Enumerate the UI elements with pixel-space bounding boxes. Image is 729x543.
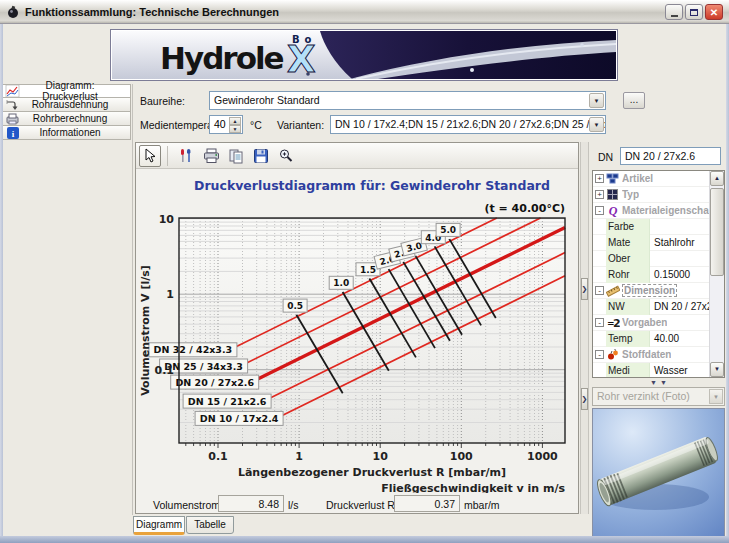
dn-field[interactable]: DN 20 / 27x2.6 bbox=[620, 147, 721, 165]
splitter-collapse-icon[interactable]: ❯ bbox=[581, 388, 588, 410]
tree-cat-artikel[interactable]: + Artikel bbox=[593, 171, 709, 187]
save-button[interactable] bbox=[250, 145, 272, 167]
dn-curve-label: DN 20 / 27x2.6 bbox=[171, 375, 259, 389]
copy-report-icon bbox=[228, 148, 245, 164]
svg-text:1.0: 1.0 bbox=[333, 278, 349, 288]
divider bbox=[132, 84, 133, 515]
x-tick-label: 10 bbox=[373, 450, 389, 463]
tree-cat-typ[interactable]: + Typ bbox=[593, 187, 709, 203]
tree-prop-material[interactable]: Mate Stahlrohr bbox=[593, 235, 709, 251]
scroll-up-icon[interactable]: ▲ bbox=[710, 171, 724, 186]
prop-name: Mate bbox=[606, 235, 650, 251]
save-icon bbox=[253, 148, 269, 164]
tab-diagramm[interactable]: Diagramm bbox=[133, 516, 185, 535]
x-tick-label: 1 bbox=[295, 450, 303, 463]
sidebar-item-rohrausdehnung[interactable]: Rohrausdehnung bbox=[2, 98, 131, 112]
volumenstrom-unit: l/s bbox=[288, 499, 299, 511]
svg-text:2: 2 bbox=[613, 317, 620, 329]
expand-toggle[interactable]: - bbox=[595, 318, 604, 327]
tab-tabelle[interactable]: Tabelle bbox=[186, 516, 234, 534]
expand-toggle[interactable]: + bbox=[595, 174, 604, 183]
svg-text:DN 25 / 34x3.3: DN 25 / 34x3.3 bbox=[164, 361, 243, 372]
x-tick-label: 100 bbox=[450, 450, 473, 463]
spin-up-icon[interactable]: ▲ bbox=[229, 117, 241, 125]
prop-value: Wasser bbox=[650, 365, 709, 376]
print-button[interactable] bbox=[200, 145, 222, 167]
photo-select[interactable]: Rohr verzinkt (Foto) ▼ bbox=[592, 387, 725, 406]
panel-splitter[interactable]: ❯ ❯ bbox=[580, 142, 589, 514]
expand-toggle[interactable]: - bbox=[595, 206, 604, 215]
tree-prop-oberflaeche[interactable]: Ober bbox=[593, 251, 709, 267]
prop-value: 40.00 bbox=[650, 333, 709, 344]
varianten-combobox[interactable]: DN 10 / 17x2.4;DN 15 / 21x2.6;DN 20 / 27… bbox=[330, 115, 606, 134]
tree-prop-farbe[interactable]: Farbe bbox=[593, 219, 709, 235]
x-axis-label: Längenbezogener Druckverlust R [mbar/m] bbox=[238, 466, 506, 479]
tree-prop-rohrrauhigkeit[interactable]: Rohr 0.15000 bbox=[593, 267, 709, 283]
scrollbar-thumb[interactable] bbox=[710, 188, 724, 276]
x2-axis-label: Fließgeschwindigkeit v in m/s bbox=[381, 482, 565, 493]
sidebar: Diagramm: Druckverlust Rohrausdehnung Ro… bbox=[2, 84, 131, 140]
tree-cat-label: Typ bbox=[622, 189, 639, 200]
title-bar[interactable]: Funktionssammlung: Technische Berechnung… bbox=[0, 0, 729, 24]
tree-prop-nennweite[interactable]: NW DN 20 / 27x2.6 bbox=[593, 299, 709, 315]
y-tick-label: 0.1 bbox=[155, 364, 175, 377]
baureihe-combobox[interactable]: Gewinderohr Standard ▼ bbox=[209, 91, 606, 110]
expand-toggle[interactable]: - bbox=[595, 286, 604, 295]
prop-value: Stahlrohr bbox=[650, 237, 709, 248]
sidebar-item-diagramm-druckverlust[interactable]: Diagramm: Druckverlust bbox=[2, 84, 131, 98]
sidebar-item-label: Informationen bbox=[20, 127, 130, 138]
tree-prop-medium[interactable]: Medi Wasser bbox=[593, 363, 709, 378]
window-border bbox=[0, 24, 3, 543]
velocity-label: 0.5 bbox=[283, 299, 307, 312]
tree-cat-dimension[interactable]: - Dimension bbox=[593, 283, 709, 299]
toolbar-separator bbox=[167, 146, 168, 166]
app-icon bbox=[6, 5, 20, 19]
chevron-down-icon[interactable]: ▼ bbox=[589, 93, 604, 108]
chevron-down-icon[interactable]: ▼ bbox=[589, 117, 604, 132]
druckverlust-unit: mbar/m bbox=[464, 499, 500, 511]
tree-cat-stoffdaten[interactable]: - Stoffdaten bbox=[593, 347, 709, 363]
spin-down-icon[interactable]: ▼ bbox=[229, 125, 241, 133]
grid-icon bbox=[606, 188, 620, 201]
varianten-label: Varianten: bbox=[277, 119, 324, 131]
close-button[interactable]: ✕ bbox=[705, 4, 723, 20]
splitter-collapse-icon[interactable]: ❯ bbox=[581, 278, 588, 300]
dn-label: DN bbox=[598, 151, 613, 163]
print-icon bbox=[203, 148, 220, 164]
scroll-down-icon[interactable]: ▼ bbox=[710, 362, 724, 377]
svg-text:0.5: 0.5 bbox=[287, 301, 303, 311]
svg-text:Q: Q bbox=[609, 204, 618, 217]
copy-report-button[interactable] bbox=[225, 145, 247, 167]
sidebar-item-label: Rohrberechnung bbox=[20, 113, 130, 124]
prop-name: Ober bbox=[606, 251, 650, 267]
cards-icon bbox=[606, 172, 620, 185]
druckverlust-field: 0.37 bbox=[394, 495, 460, 512]
chart-panel: 0.51.01.52.02.53.04.05.0DN 32 / 42x3.3DN… bbox=[135, 142, 579, 514]
zoom-tool-button[interactable] bbox=[275, 145, 297, 167]
tree-cat-vorgaben[interactable]: - = 2 Vorgaben bbox=[593, 315, 709, 331]
tree-prop-temperatur[interactable]: Temp 40.00 bbox=[593, 331, 709, 347]
maximize-button[interactable] bbox=[685, 4, 703, 20]
browse-button[interactable]: ... bbox=[623, 92, 645, 109]
info-icon: i bbox=[5, 127, 20, 139]
hydrolex-logo: Hydrole X Bo bbox=[112, 31, 616, 79]
temperature-value: 40 bbox=[214, 118, 226, 130]
tree-cat-materialeigenschaften[interactable]: - Q Materialeigenscha bbox=[593, 203, 709, 219]
sidebar-item-informationen[interactable]: i Informationen bbox=[2, 126, 131, 140]
tree-photo-splitter[interactable]: ▼▼ bbox=[592, 379, 725, 386]
cursor-tool-button[interactable] bbox=[139, 145, 161, 167]
minimize-button[interactable] bbox=[665, 4, 683, 20]
settings-tool-button[interactable] bbox=[175, 145, 197, 167]
y-tick-label: 10 bbox=[159, 213, 175, 226]
expand-toggle[interactable]: + bbox=[595, 190, 604, 199]
sidebar-item-rohrberechnung[interactable]: Rohrberechnung bbox=[2, 112, 131, 126]
dn-curve-label: DN 32 / 42x3.3 bbox=[149, 343, 237, 357]
temperature-spinner[interactable]: 40 ▲▼ bbox=[209, 115, 243, 134]
cursor-icon bbox=[144, 148, 157, 163]
ruler-icon bbox=[606, 284, 620, 297]
tree-cat-label: Vorgaben bbox=[622, 317, 667, 328]
pressure-loss-chart: 0.51.01.52.02.53.04.05.0DN 32 / 42x3.3DN… bbox=[136, 171, 579, 493]
tree-scrollbar[interactable]: ▲ ▼ bbox=[709, 171, 724, 377]
expand-toggle[interactable]: - bbox=[595, 350, 604, 359]
brand-sup: Bo bbox=[292, 34, 317, 45]
